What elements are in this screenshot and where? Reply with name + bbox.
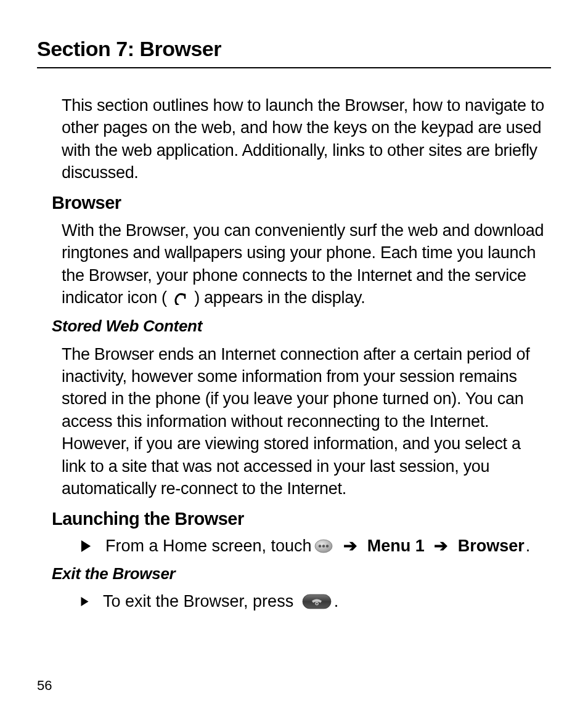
arrow-icon: ➔: [434, 535, 448, 557]
page-number: 56: [37, 678, 52, 694]
service-indicator-icon: [173, 291, 189, 306]
end-key-icon: [302, 594, 332, 609]
launching-prefix: From a Home screen, touch: [105, 535, 312, 557]
section-title: Section 7: Browser: [37, 37, 551, 68]
stored-web-content-heading: Stored Web Content: [52, 317, 551, 336]
svg-point-3: [325, 545, 328, 547]
exit-heading: Exit the Browser: [52, 564, 551, 583]
exit-bullet: To exit the Browser, press .: [80, 591, 551, 612]
browser-paragraph: With the Browser, you can conveniently s…: [62, 219, 545, 309]
browser-label: Browser: [458, 535, 525, 557]
browser-text-after: ) appears in the display.: [190, 288, 365, 307]
arrow-icon: ➔: [343, 535, 357, 557]
touch-key-icon: [314, 539, 333, 553]
exit-bullet-content: To exit the Browser, press .: [103, 591, 338, 612]
stored-web-content-paragraph: The Browser ends an Internet connection …: [62, 343, 545, 500]
browser-heading: Browser: [52, 193, 551, 213]
svg-point-1: [318, 545, 321, 547]
menu1-label: Menu 1: [367, 535, 425, 557]
exit-prefix: To exit the Browser, press: [103, 591, 293, 612]
period: .: [526, 535, 531, 557]
bullet-triangle-icon: [80, 597, 89, 606]
bullet-triangle-icon: [80, 540, 92, 552]
launching-heading: Launching the Browser: [52, 509, 551, 529]
period: .: [334, 591, 339, 612]
launching-bullet: From a Home screen, touch ➔ Menu 1 ➔: [80, 535, 551, 557]
intro-paragraph: This section outlines how to launch the …: [62, 94, 545, 184]
svg-point-2: [322, 545, 324, 547]
launching-bullet-content: From a Home screen, touch ➔ Menu 1 ➔: [105, 535, 530, 557]
